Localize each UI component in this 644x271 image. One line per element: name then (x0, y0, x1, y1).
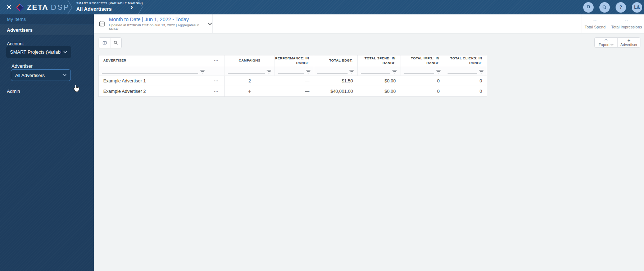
brand-name: ZETA (27, 3, 48, 12)
filter-spacer (208, 66, 225, 76)
table-search-button[interactable] (110, 38, 121, 48)
header-cell-total-budget[interactable]: TOTAL BDGT. (314, 55, 358, 66)
filter-icon[interactable] (267, 70, 271, 73)
chevron-down-icon[interactable] (208, 22, 212, 26)
advertiser-select[interactable]: All Advertisers (11, 69, 71, 81)
advertisers-table: ADVERTISER ⋯ CAMPAIGNS PERFORMANCE: IN R… (98, 55, 487, 97)
zeta-diamond-icon (16, 3, 24, 12)
bell-icon (586, 5, 591, 10)
grid-view-toolbar (99, 37, 122, 48)
plus-icon: + (627, 39, 630, 42)
header-more-options[interactable]: ⋯ (208, 55, 225, 66)
plus-icon: + (248, 89, 251, 94)
total-spend-value: -- (593, 19, 597, 23)
topbar-actions: ? L& (583, 0, 642, 14)
user-avatar[interactable]: L& (632, 2, 642, 13)
date-range-subtitle: Updated at 07:36:49 EST on Jun 13, 2022 … (109, 23, 203, 31)
more-options-icon: ⋯ (214, 58, 219, 64)
total-spend-label: Total Spend (585, 25, 606, 29)
sidebar-item-my-items[interactable]: My Items (0, 14, 94, 24)
more-options-icon: ⋯ (214, 78, 219, 83)
cell-performance: — (275, 86, 314, 96)
columns-icon (102, 40, 107, 45)
row-menu[interactable]: ⋯ (208, 76, 225, 86)
header-cell-advertiser[interactable]: ADVERTISER (99, 55, 208, 66)
mouse-cursor-icon (72, 84, 80, 92)
filter-icon[interactable] (200, 70, 205, 73)
date-range-picker[interactable]: Month to Date | Jun 1, 2022 - Today Upda… (94, 14, 213, 33)
filter-total-budget[interactable] (314, 66, 358, 76)
account-select-value: SMART Projects (Variable M (10, 49, 61, 55)
search-icon (602, 5, 607, 10)
close-icon[interactable]: ✕ (4, 0, 14, 14)
cell-campaigns[interactable]: 2 (225, 76, 275, 86)
advertiser-select-value: All Advertisers (15, 73, 45, 78)
filter-campaigns[interactable] (225, 66, 275, 76)
notifications-button[interactable] (583, 2, 594, 13)
total-impressions-stat: -- Total Impressions (609, 14, 644, 33)
filter-icon[interactable] (436, 70, 441, 73)
help-button[interactable]: ? (616, 2, 626, 13)
add-advertiser-button[interactable]: + Advertiser (617, 38, 640, 47)
cell-total-imps: 0 (400, 76, 444, 86)
filter-icon[interactable] (392, 70, 397, 73)
sidebar-item-advertisers[interactable]: Advertisers (0, 25, 94, 35)
page-header: Month to Date | Jun 1, 2022 - Today Upda… (94, 14, 644, 33)
row-menu[interactable]: ⋯ (208, 86, 225, 96)
cell-advertiser-name[interactable]: Example Advertiser 1 (99, 76, 208, 86)
advertiser-section-label: Advertiser (12, 63, 33, 69)
global-search-button[interactable] (599, 2, 610, 13)
header-cell-campaigns[interactable]: CAMPAIGNS (225, 55, 275, 66)
chevron-down-icon (63, 51, 67, 54)
more-options-icon: ⋯ (214, 89, 219, 94)
export-button-label: Export (599, 43, 609, 47)
filter-icon[interactable] (306, 70, 310, 73)
account-section-label: Account (7, 41, 24, 46)
total-impressions-label: Total Impressions (611, 25, 642, 29)
filter-performance[interactable] (275, 66, 314, 76)
total-impressions-value: -- (625, 19, 629, 23)
breadcrumb-separator-icon (137, 0, 143, 14)
export-button[interactable]: Export (595, 38, 617, 47)
cell-total-spend: $0.00 (358, 76, 400, 86)
add-campaign-button[interactable]: + (225, 86, 275, 96)
header-cell-total-imps[interactable]: TOTAL IMPS.: IN RANGE (400, 55, 444, 66)
cell-total-imps: 0 (400, 86, 444, 96)
filter-icon[interactable] (479, 70, 484, 73)
chevron-down-icon (611, 44, 613, 46)
cell-total-budget: $40,001.00 (314, 86, 358, 96)
filter-total-imps[interactable] (400, 66, 444, 76)
date-range-title: Month to Date | Jun 1, 2022 - Today (109, 17, 203, 22)
header-cell-total-spend[interactable]: TOTAL SPEND: IN RANGE (358, 55, 400, 66)
total-spend-stat: -- Total Spend (581, 14, 609, 33)
header-cell-total-clicks[interactable]: TOTAL CLICKS: IN RANGE (444, 55, 487, 66)
sidebar: My Items Advertisers Account SMART Proje… (0, 14, 94, 271)
filter-icon[interactable] (349, 70, 354, 73)
cell-total-clicks: 0 (444, 76, 487, 86)
chevron-right-icon[interactable]: › (128, 0, 135, 14)
filter-total-spend[interactable] (358, 66, 400, 76)
cell-advertiser-name[interactable]: Example Advertiser 2 (99, 86, 208, 96)
download-icon (604, 38, 608, 42)
cell-total-clicks: 0 (444, 86, 487, 96)
calendar-icon (99, 20, 105, 28)
table-actions: Export + Advertiser (594, 37, 640, 48)
account-select[interactable]: SMART Projects (Variable M (6, 46, 71, 58)
top-bar: ✕ ZETA DSP SMART PROJECTS (VARIABLE MARG… (0, 0, 644, 14)
breadcrumb-separator-icon (67, 0, 73, 14)
filter-total-clicks[interactable] (444, 66, 487, 76)
brand-logo: ZETA DSP (16, 0, 69, 14)
add-advertiser-button-label: Advertiser (620, 43, 637, 47)
date-range-text: Month to Date | Jun 1, 2022 - Today Upda… (109, 17, 203, 31)
cell-performance: — (275, 76, 314, 86)
header-cell-performance[interactable]: PERFORMANCE: IN RANGE (275, 55, 314, 66)
cell-total-spend: $0.00 (358, 86, 400, 96)
columns-button[interactable] (99, 38, 110, 48)
search-icon (113, 40, 118, 45)
app-window: ✕ ZETA DSP SMART PROJECTS (VARIABLE MARG… (0, 0, 644, 271)
filter-advertiser[interactable] (99, 66, 208, 76)
cell-total-budget: $1.50 (314, 76, 358, 86)
chevron-down-icon (63, 74, 67, 77)
